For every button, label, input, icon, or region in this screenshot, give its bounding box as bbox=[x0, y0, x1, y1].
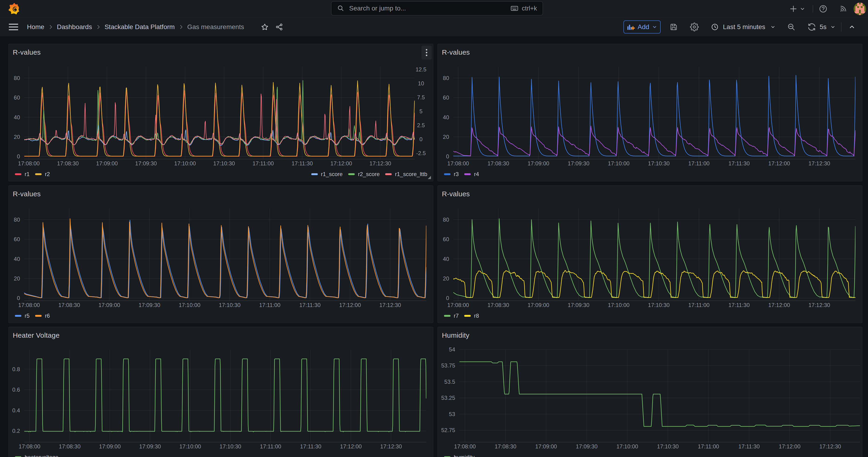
svg-text:17:12:00: 17:12:00 bbox=[768, 160, 790, 166]
svg-text:17:09:30: 17:09:30 bbox=[135, 160, 157, 166]
svg-text:17:08:00: 17:08:00 bbox=[454, 443, 475, 450]
svg-text:17:10:30: 17:10:30 bbox=[648, 160, 670, 166]
svg-text:17:11:30: 17:11:30 bbox=[728, 302, 750, 308]
svg-text:20: 20 bbox=[14, 275, 20, 282]
svg-text:17:11:30: 17:11:30 bbox=[728, 160, 750, 166]
svg-text:80: 80 bbox=[443, 216, 449, 222]
svg-text:53: 53 bbox=[449, 411, 455, 417]
svg-text:0.6: 0.6 bbox=[12, 387, 20, 393]
svg-text:17:12:00: 17:12:00 bbox=[330, 160, 352, 166]
svg-text:17:12:00: 17:12:00 bbox=[779, 443, 800, 450]
svg-text:10: 10 bbox=[418, 80, 424, 87]
svg-text:80: 80 bbox=[14, 75, 20, 81]
svg-text:17:09:30: 17:09:30 bbox=[568, 302, 589, 308]
svg-text:17:09:00: 17:09:00 bbox=[527, 160, 549, 166]
svg-text:17:12:30: 17:12:30 bbox=[819, 443, 841, 450]
svg-text:20: 20 bbox=[14, 134, 20, 140]
svg-text:17:08:30: 17:08:30 bbox=[495, 443, 516, 450]
svg-text:17:11:00: 17:11:00 bbox=[688, 160, 710, 166]
svg-text:0.4: 0.4 bbox=[12, 407, 20, 413]
svg-text:52.75: 52.75 bbox=[441, 427, 455, 433]
svg-text:0: 0 bbox=[446, 153, 449, 159]
svg-text:17:12:30: 17:12:30 bbox=[379, 302, 401, 308]
svg-text:-2.5: -2.5 bbox=[416, 150, 426, 156]
svg-text:17:12:00: 17:12:00 bbox=[339, 302, 361, 308]
svg-text:80: 80 bbox=[14, 216, 20, 222]
svg-text:17:11:00: 17:11:00 bbox=[259, 302, 281, 308]
svg-text:40: 40 bbox=[14, 114, 20, 120]
svg-text:17:11:00: 17:11:00 bbox=[252, 160, 274, 166]
svg-text:60: 60 bbox=[443, 94, 449, 101]
svg-text:17:11:30: 17:11:30 bbox=[300, 443, 321, 450]
svg-text:0.2: 0.2 bbox=[12, 428, 20, 434]
svg-text:17:12:30: 17:12:30 bbox=[369, 160, 391, 166]
svg-text:17:09:00: 17:09:00 bbox=[96, 160, 118, 166]
svg-text:60: 60 bbox=[14, 94, 20, 101]
svg-text:17:09:00: 17:09:00 bbox=[527, 302, 549, 308]
svg-text:60: 60 bbox=[443, 236, 449, 242]
svg-text:0: 0 bbox=[420, 136, 423, 142]
svg-text:12.5: 12.5 bbox=[415, 66, 427, 72]
svg-text:17:08:00: 17:08:00 bbox=[18, 302, 40, 308]
svg-text:17:08:00: 17:08:00 bbox=[18, 160, 39, 166]
svg-text:17:08:00: 17:08:00 bbox=[19, 443, 40, 450]
svg-text:17:10:00: 17:10:00 bbox=[617, 443, 638, 450]
svg-text:17:11:30: 17:11:30 bbox=[299, 302, 320, 308]
svg-text:17:11:30: 17:11:30 bbox=[291, 160, 313, 166]
svg-text:17:10:00: 17:10:00 bbox=[174, 160, 196, 166]
svg-text:17:08:30: 17:08:30 bbox=[488, 160, 509, 166]
svg-text:17:10:00: 17:10:00 bbox=[179, 302, 200, 308]
svg-text:17:08:30: 17:08:30 bbox=[488, 302, 509, 308]
svg-text:2.5: 2.5 bbox=[417, 122, 425, 128]
svg-text:0: 0 bbox=[17, 153, 20, 159]
svg-text:17:10:00: 17:10:00 bbox=[608, 160, 629, 166]
svg-text:17:12:30: 17:12:30 bbox=[808, 160, 830, 166]
svg-text:40: 40 bbox=[14, 255, 20, 262]
svg-text:17:09:30: 17:09:30 bbox=[138, 302, 160, 308]
svg-text:53.25: 53.25 bbox=[441, 395, 455, 401]
svg-text:17:10:30: 17:10:30 bbox=[219, 443, 241, 450]
svg-text:17:11:00: 17:11:00 bbox=[260, 443, 281, 450]
svg-text:0: 0 bbox=[17, 295, 20, 301]
svg-text:17:08:00: 17:08:00 bbox=[447, 160, 469, 166]
svg-text:17:10:30: 17:10:30 bbox=[219, 302, 240, 308]
svg-text:80: 80 bbox=[443, 75, 449, 81]
svg-text:17:12:30: 17:12:30 bbox=[808, 302, 830, 308]
svg-text:17:10:30: 17:10:30 bbox=[657, 443, 679, 450]
svg-text:0.8: 0.8 bbox=[12, 366, 20, 372]
svg-text:17:08:00: 17:08:00 bbox=[447, 302, 469, 308]
svg-text:17:10:30: 17:10:30 bbox=[648, 302, 670, 308]
svg-text:17:09:00: 17:09:00 bbox=[535, 443, 557, 450]
svg-text:17:10:00: 17:10:00 bbox=[179, 443, 201, 450]
svg-text:54: 54 bbox=[449, 346, 455, 353]
svg-text:17:12:00: 17:12:00 bbox=[340, 443, 362, 450]
svg-text:17:09:30: 17:09:30 bbox=[139, 443, 161, 450]
svg-text:17:09:30: 17:09:30 bbox=[576, 443, 597, 450]
svg-text:5: 5 bbox=[420, 108, 423, 115]
svg-text:53.5: 53.5 bbox=[444, 378, 455, 385]
svg-text:60: 60 bbox=[14, 236, 20, 242]
svg-text:17:12:00: 17:12:00 bbox=[768, 302, 790, 308]
svg-text:17:11:00: 17:11:00 bbox=[688, 302, 710, 308]
svg-text:17:08:30: 17:08:30 bbox=[59, 443, 81, 450]
svg-text:17:11:30: 17:11:30 bbox=[738, 443, 760, 450]
svg-text:7.5: 7.5 bbox=[417, 94, 425, 100]
svg-text:0: 0 bbox=[446, 295, 449, 301]
svg-text:17:09:00: 17:09:00 bbox=[99, 443, 121, 450]
svg-text:17:09:30: 17:09:30 bbox=[568, 160, 589, 166]
svg-text:20: 20 bbox=[443, 134, 449, 140]
svg-text:17:08:30: 17:08:30 bbox=[58, 302, 80, 308]
svg-text:40: 40 bbox=[443, 255, 449, 262]
svg-text:17:10:30: 17:10:30 bbox=[213, 160, 235, 166]
svg-text:17:10:00: 17:10:00 bbox=[608, 302, 629, 308]
svg-text:53.75: 53.75 bbox=[441, 362, 455, 369]
svg-text:17:08:30: 17:08:30 bbox=[57, 160, 79, 166]
svg-text:40: 40 bbox=[443, 114, 449, 120]
svg-text:17:12:30: 17:12:30 bbox=[380, 443, 402, 450]
svg-text:17:09:00: 17:09:00 bbox=[98, 302, 120, 308]
svg-text:20: 20 bbox=[443, 275, 449, 282]
svg-text:17:11:00: 17:11:00 bbox=[698, 443, 719, 450]
